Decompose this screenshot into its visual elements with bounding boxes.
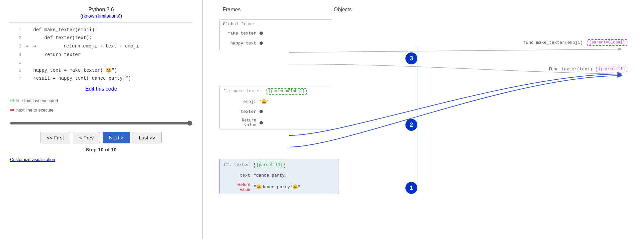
step-circle-3: 3 xyxy=(405,52,417,64)
line-arrow-5 xyxy=(25,59,32,67)
obj-func-2-parent: [parent=f1] xyxy=(596,66,627,72)
f1-parent-badge: [parent=Global] xyxy=(267,88,307,95)
obj-func-2-container: func texter(text) [parent=f1] xyxy=(548,66,627,72)
f1-var-return: Returnvalue xyxy=(223,118,260,127)
slider-row[interactable] xyxy=(10,120,192,127)
panel-subtitle: ((known limitations)) xyxy=(10,13,192,19)
line-num-6: 6 xyxy=(13,67,21,74)
global-frame-title: Global frame xyxy=(220,20,332,28)
obj-func-2-label: func texter(text) xyxy=(548,67,592,72)
legend-red-text: next line to execute xyxy=(16,106,54,114)
obj-func-1-parent: [parent=Global] xyxy=(587,39,627,46)
divider xyxy=(10,23,192,23)
code-text-6: happy_text = make_texter("😀") xyxy=(33,67,117,75)
f2-title: f2: texter [parent=f1] xyxy=(220,159,339,171)
edit-this-code-link[interactable]: Edit this code xyxy=(85,86,117,92)
f2-parent-badge: [parent=f1] xyxy=(254,162,285,168)
obj-func-1-label: func make_texter(emoji) xyxy=(523,40,583,45)
line-arrow-4 xyxy=(25,51,32,59)
frame-dot-happy-text xyxy=(260,41,263,45)
f1-dot-return xyxy=(260,121,263,124)
f1-frame: f1: make_texter [parent=Global] emoji "😀… xyxy=(219,86,332,129)
f1-row-emoji: emoji "😀" xyxy=(220,97,332,107)
step-label: Step 10 of 10 xyxy=(10,147,192,152)
code-text-1: def make_texter(emoji): xyxy=(33,26,97,34)
frame-dot-make-texter xyxy=(260,32,263,35)
obj-func-1-container: func make_texter(emoji) [parent=Global] xyxy=(523,39,627,46)
step-slider[interactable] xyxy=(10,120,192,126)
f2-var-text: text xyxy=(224,173,254,178)
code-text-7: result = happy_text("dance party!") xyxy=(33,75,131,83)
f1-var-emoji: emoji xyxy=(223,99,260,104)
f2-row-return: Returnvalue "😀dance party!😀" xyxy=(220,180,339,194)
f2-title-text: f2: texter xyxy=(224,162,252,167)
first-button[interactable]: << First xyxy=(41,132,70,143)
nav-row: << First < Prev Next > Last >> xyxy=(10,132,192,143)
code-line-5: 5 xyxy=(13,59,192,67)
code-text-2: def texter(text): xyxy=(33,34,92,42)
known-limitations-link[interactable]: (known limitations) xyxy=(82,13,121,19)
code-text-4: return texter xyxy=(33,51,81,59)
f1-var-texter: texter xyxy=(223,109,260,114)
frames-label: Frames xyxy=(223,7,241,13)
right-panel: Frames Objects Global frame make_texter … xyxy=(203,0,644,239)
left-panel: Python 3.6 ((known limitations)) 1 def m… xyxy=(0,0,203,239)
line-arrow-2 xyxy=(25,34,32,42)
panel-title: Python 3.6 xyxy=(10,7,192,13)
f1-row-return: Returnvalue xyxy=(220,117,332,129)
f2-row-text: text "dance party!" xyxy=(220,171,339,180)
code-line-1: 1 def make_texter(emoji): xyxy=(13,26,192,34)
line-arrow-red-3: ⇒ xyxy=(33,42,40,51)
frame-row-happy-text: happy_text xyxy=(220,38,332,48)
code-line-6: 6 happy_text = make_texter("😀") xyxy=(13,67,192,75)
line-num-3: 3 xyxy=(13,43,21,50)
prev-button[interactable]: < Prev xyxy=(73,132,100,143)
line-num-1: 1 xyxy=(13,27,21,34)
legend-red-item: ⇒ next line to execute xyxy=(10,106,192,115)
step-circle-1: 1 xyxy=(405,182,417,194)
code-line-4: 4 return texter xyxy=(13,51,192,59)
line-num-5: 5 xyxy=(13,59,21,66)
frame-var-make-texter: make_texter xyxy=(223,31,260,36)
legend-green-text: line that just executed xyxy=(16,97,58,105)
objects-label: Objects xyxy=(334,7,352,13)
f1-val-emoji: "😀" xyxy=(260,99,268,104)
legend-green-item: ⇒ line that just executed xyxy=(10,96,192,106)
frame-var-happy-text: happy_text xyxy=(223,41,260,46)
f1-row-texter: texter xyxy=(220,107,332,117)
legend-red-arrow: ⇒ xyxy=(10,106,14,115)
code-area: 1 def make_texter(emoji): 2 def texter(t… xyxy=(10,26,192,83)
line-num-7: 7 xyxy=(13,75,21,82)
last-button[interactable]: Last >> xyxy=(133,132,162,143)
f2-val-text: "dance party!" xyxy=(254,173,290,178)
code-line-7: 7 result = happy_text("dance party!") xyxy=(13,75,192,83)
legend: ⇒ line that just executed ⇒ next line to… xyxy=(10,96,192,115)
f2-return-label: Returnvalue xyxy=(224,182,254,192)
line-num-2: 2 xyxy=(13,35,21,42)
f1-title-text: f1: make_texter xyxy=(223,89,265,94)
global-frame: Global frame make_texter happy_text xyxy=(219,19,332,51)
line-arrow-1 xyxy=(25,26,32,34)
customize-link-container: Customize visualization xyxy=(10,157,192,162)
frame-row-make-texter: make_texter xyxy=(220,28,332,38)
f2-val-return: "😀dance party!😀" xyxy=(254,184,300,190)
svg-line-0 xyxy=(289,49,621,52)
code-text-3: return emoji + text + emoji xyxy=(41,42,139,50)
line-num-4: 4 xyxy=(13,51,21,59)
customize-link[interactable]: Customize visualization xyxy=(10,157,55,162)
f1-title: f1: make_texter [parent=Global] xyxy=(220,86,332,97)
legend-green-arrow: ⇒ xyxy=(10,96,14,106)
line-arrow-6 xyxy=(25,67,32,75)
line-arrow-green-3: ⇒ xyxy=(25,42,32,51)
f2-frame: f2: texter [parent=f1] text "dance party… xyxy=(219,159,339,194)
step-circle-2: 2 xyxy=(405,119,417,131)
code-line-3: 3 ⇒ ⇒ return emoji + text + emoji xyxy=(13,42,192,51)
visualization-area: Global frame make_texter happy_text f1: … xyxy=(213,19,634,225)
f1-dot-texter xyxy=(260,110,263,113)
next-button[interactable]: Next > xyxy=(103,132,130,143)
edit-link-container: Edit this code xyxy=(10,86,192,92)
line-arrow-7 xyxy=(25,75,32,83)
frames-objects-header: Frames Objects xyxy=(213,7,634,13)
code-line-2: 2 def texter(text): xyxy=(13,34,192,42)
